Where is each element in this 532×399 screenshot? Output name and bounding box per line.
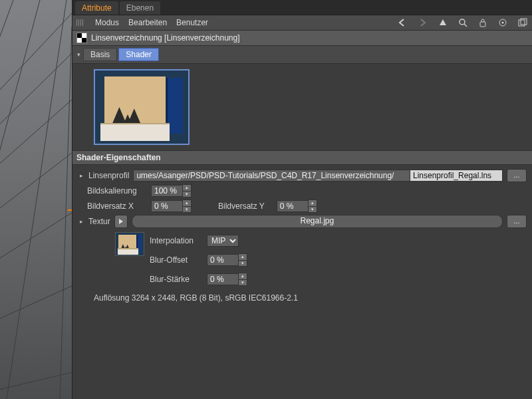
panel-menubar: Modus Bearbeiten Benutzer [72, 15, 532, 31]
row-blur-offset: Blur-Offset ▴▾ [150, 253, 247, 267]
drag-grip-icon[interactable] [76, 19, 84, 26]
row-bildskalierung: Bildskalierung ▴▾ [78, 184, 527, 198]
stepper-up-icon[interactable]: ▴ [239, 254, 247, 261]
svg-line-6 [0, 372, 72, 399]
subtab-shader[interactable]: Shader [118, 48, 159, 61]
stepper-up-icon[interactable]: ▴ [183, 200, 191, 207]
blur-offset-input[interactable]: ▴▾ [207, 253, 247, 267]
svg-rect-15 [480, 22, 485, 27]
stepper-down-icon[interactable]: ▾ [239, 261, 247, 267]
object-title: Linsenverzeichnung [Linsenverzeichnung] [91, 33, 239, 43]
menu-bearbeiten[interactable]: Bearbeiten [128, 18, 167, 27]
texture-browse-button[interactable]: ... [507, 215, 527, 228]
stepper-down-icon[interactable]: ▾ [239, 280, 247, 286]
svg-rect-19 [521, 19, 527, 25]
label-aufloesung: Auflösung [94, 293, 129, 303]
expand-textur-icon[interactable]: ▸ [78, 218, 84, 225]
svg-line-0 [0, 13, 72, 372]
stepper-down-icon[interactable]: ▾ [183, 207, 191, 213]
stepper-up-icon[interactable]: ▴ [309, 200, 317, 207]
row-bildversatz: Bildversatz X ▴▾ Bildversatz Y ▴▾ [78, 200, 527, 213]
panel-tabbar: Attribute Ebenen [72, 0, 532, 15]
svg-line-9 [0, 0, 40, 399]
svg-line-11 [60, 27, 72, 399]
nav-back-icon[interactable] [398, 17, 408, 28]
tab-attribute[interactable]: Attribute [75, 1, 118, 15]
stepper-down-icon[interactable]: ▾ [309, 207, 317, 213]
blur-staerke-value[interactable] [207, 273, 239, 285]
search-icon[interactable] [458, 17, 468, 28]
blur-offset-value[interactable] [207, 254, 239, 266]
label-blur-offset: Blur-Offset [150, 255, 203, 265]
texture-name-field[interactable]: Regal.jpg [132, 215, 503, 228]
stepper-down-icon[interactable]: ▾ [183, 192, 191, 198]
target-icon[interactable] [497, 17, 508, 28]
label-blur-staerke: Blur-Stärke [150, 275, 203, 284]
blur-staerke-input[interactable]: ▴▾ [207, 273, 247, 286]
label-linsenprofil: Linsenprofil [88, 171, 129, 180]
tab-ebenen[interactable]: Ebenen [120, 1, 160, 15]
lock-icon[interactable] [477, 17, 488, 28]
shader-preview-large[interactable] [94, 69, 190, 145]
bildversatz-x-value[interactable] [151, 200, 183, 212]
texture-subgroup: Interpolation MIP Blur-Offset ▴▾ Blur [115, 232, 527, 288]
nav-forward-icon [418, 17, 428, 28]
object-subtabs: ▾ Basis Shader [72, 46, 532, 64]
menu-modus[interactable]: Modus [95, 18, 119, 27]
nav-up-icon[interactable] [438, 17, 448, 28]
texture-menu-button[interactable] [114, 215, 128, 228]
label-bildversatz-x: Bildversatz X [87, 201, 147, 211]
linsenprofil-browse-button[interactable]: ... [507, 169, 527, 182]
viewport-3d[interactable] [0, 0, 72, 399]
row-textur: ▸ Textur Regal.jpg ... [78, 215, 527, 228]
row-interpolation: Interpolation MIP [150, 234, 247, 247]
stepper-up-icon[interactable]: ▴ [183, 185, 191, 192]
svg-line-10 [7, 0, 66, 399]
interpolation-select[interactable]: MIP [207, 235, 239, 247]
svg-line-14 [464, 24, 467, 27]
bildversatz-x-input[interactable]: ▴▾ [151, 200, 192, 213]
new-window-icon[interactable] [517, 17, 528, 28]
stepper-up-icon[interactable]: ▴ [239, 273, 247, 280]
expand-linsenprofil-icon[interactable]: ▸ [78, 172, 84, 179]
label-bildskalierung: Bildskalierung [87, 186, 147, 196]
subtab-basis[interactable]: Basis [83, 48, 117, 61]
section-shader-eigenschaften: Shader-Eigenschaften [72, 150, 532, 165]
menu-benutzer[interactable]: Benutzer [176, 18, 208, 27]
attribute-manager-panel: Attribute Ebenen Modus Bearbeiten Benutz… [72, 0, 532, 399]
linsenprofil-path-file[interactable] [410, 170, 503, 182]
bildskalierung-input[interactable]: ▴▾ [151, 184, 192, 198]
svg-point-13 [460, 19, 465, 25]
object-title-bar: Linsenverzeichnung [Linsenverzeichnung] [72, 31, 532, 46]
label-textur: Textur [88, 217, 110, 226]
svg-line-5 [0, 286, 72, 399]
shader-type-icon [76, 33, 87, 43]
bildskalierung-value[interactable] [151, 185, 183, 197]
label-interpolation: Interpolation [150, 236, 203, 245]
resolution-value: 3264 x 2448, RGB (8 Bit), sRGB IEC61966-… [132, 293, 298, 303]
svg-point-17 [502, 22, 504, 24]
row-resolution: Auflösung 3264 x 2448, RGB (8 Bit), sRGB… [94, 293, 527, 303]
linsenprofil-path-prefix[interactable] [133, 170, 410, 182]
interpolation-value[interactable]: MIP [207, 235, 239, 247]
bildversatz-y-value[interactable] [277, 200, 309, 212]
texture-preview-small[interactable] [115, 232, 144, 256]
bildversatz-y-input[interactable]: ▴▾ [277, 200, 317, 213]
attribute-content: Shader-Eigenschaften ▸ Linsenprofil ... … [72, 64, 532, 399]
svg-rect-18 [519, 20, 525, 26]
collapse-toggle-icon[interactable]: ▾ [75, 51, 82, 58]
row-blur-staerke: Blur-Stärke ▴▾ [150, 273, 247, 286]
label-bildversatz-y: Bildversatz Y [218, 201, 265, 211]
row-linsenprofil: ▸ Linsenprofil ... [78, 169, 527, 182]
